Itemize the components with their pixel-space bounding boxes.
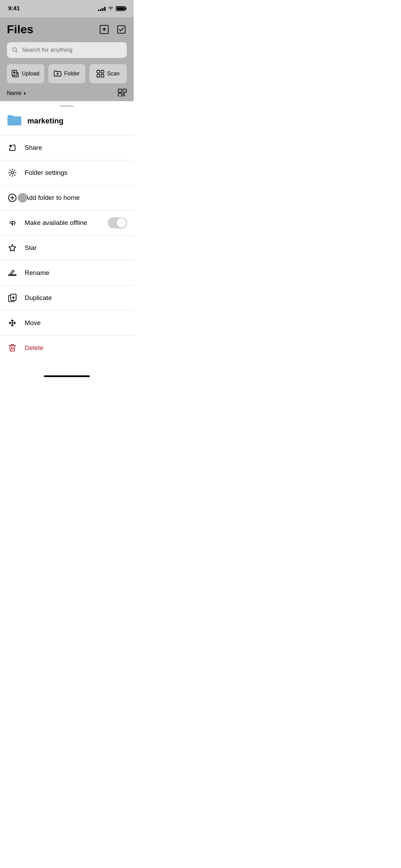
drag-handle[interactable] <box>0 101 134 110</box>
offline-icon <box>7 217 18 228</box>
scan-action-icon <box>97 70 104 77</box>
share-label: Share <box>25 144 127 152</box>
delete-menu-item[interactable]: Delete <box>0 336 134 360</box>
svg-point-12 <box>11 171 14 174</box>
star-label: Star <box>25 244 127 252</box>
home-bar <box>44 375 90 377</box>
signal-icon <box>98 6 106 11</box>
svg-rect-6 <box>97 74 100 77</box>
delete-label: Delete <box>25 344 127 352</box>
folder-action-button[interactable]: Folder <box>48 64 86 83</box>
scan-action-label: Scan <box>107 71 119 77</box>
action-buttons-row: Upload Folder Scan <box>7 64 127 83</box>
rename-label: Rename <box>25 269 127 277</box>
scan-action-button[interactable]: Scan <box>89 64 127 83</box>
sheet-folder-header: marketing <box>0 110 134 135</box>
status-bar: 9:41 <box>0 0 134 17</box>
move-menu-item[interactable]: Move <box>0 311 134 335</box>
toggle-knob <box>117 218 126 228</box>
svg-rect-4 <box>97 70 100 73</box>
view-toggle-button[interactable] <box>118 89 127 98</box>
make-offline-label: Make available offline <box>25 219 101 227</box>
status-time: 9:41 <box>8 5 20 12</box>
settings-icon <box>7 167 18 178</box>
star-icon <box>7 242 18 253</box>
rename-icon <box>7 267 18 278</box>
move-icon <box>7 317 18 328</box>
upload-action-button[interactable]: Upload <box>7 64 44 83</box>
make-offline-menu-item[interactable]: Make available offline <box>0 210 134 235</box>
status-icons <box>98 5 125 12</box>
share-menu-item[interactable]: Share <box>0 135 134 160</box>
duplicate-icon <box>7 292 18 303</box>
background-overlay: Files Search for anything <box>0 17 134 101</box>
drag-handle-bar <box>60 105 74 107</box>
svg-rect-8 <box>118 89 122 92</box>
folder-action-label: Folder <box>64 71 80 77</box>
delete-icon <box>7 342 18 353</box>
svg-rect-7 <box>101 74 104 77</box>
svg-rect-5 <box>101 70 104 73</box>
page-title: Files <box>7 23 33 36</box>
share-icon <box>7 142 18 153</box>
svg-rect-16 <box>9 275 16 276</box>
star-menu-item[interactable]: Star <box>0 236 134 260</box>
search-placeholder: Search for anything <box>22 47 72 53</box>
folder-name: marketing <box>27 117 63 125</box>
select-button[interactable] <box>116 24 127 35</box>
duplicate-label: Duplicate <box>25 294 127 302</box>
search-icon <box>12 47 19 53</box>
duplicate-menu-item[interactable]: Duplicate <box>0 286 134 310</box>
upload-action-icon <box>12 70 19 77</box>
offline-toggle[interactable] <box>108 217 127 228</box>
search-bar[interactable]: Search for anything <box>7 42 127 58</box>
folder-settings-menu-item[interactable]: Folder settings <box>0 160 134 185</box>
add-folder-home-menu-item[interactable]: Add folder to home <box>0 185 134 210</box>
touch-indicator <box>18 193 27 203</box>
upload-action-label: Upload <box>22 71 39 77</box>
page-header: Files <box>7 23 127 36</box>
add-folder-home-label: Add folder to home <box>25 194 127 202</box>
folder-settings-label: Folder settings <box>25 169 127 177</box>
rename-menu-item[interactable]: Rename <box>0 261 134 285</box>
sort-label[interactable]: Name ▾ <box>7 90 26 96</box>
header-action-icons <box>99 24 127 35</box>
svg-rect-11 <box>123 93 124 96</box>
move-label: Move <box>25 319 127 327</box>
svg-rect-10 <box>118 93 122 96</box>
wifi-icon <box>108 5 114 12</box>
svg-rect-1 <box>118 26 125 33</box>
battery-icon <box>116 6 125 11</box>
sort-row: Name ▾ <box>7 89 127 101</box>
sort-direction-icon: ▾ <box>24 91 26 96</box>
home-indicator <box>0 372 134 380</box>
upload-button[interactable] <box>99 24 110 35</box>
add-circle-icon <box>7 192 18 203</box>
bottom-sheet: marketing Share Folder settings <box>0 101 134 372</box>
svg-marker-15 <box>9 244 16 251</box>
folder-action-icon <box>54 71 61 77</box>
folder-icon <box>7 114 22 128</box>
svg-rect-9 <box>123 89 126 92</box>
